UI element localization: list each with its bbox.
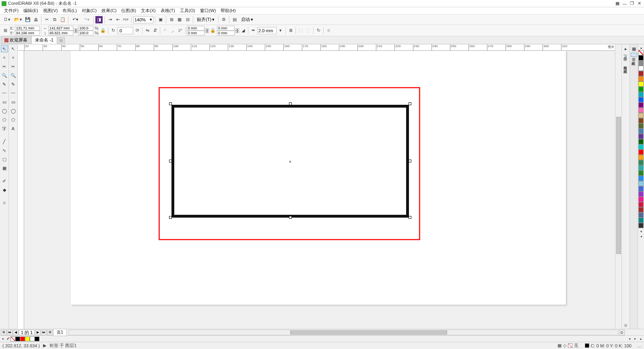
show-grid-button[interactable]: ▦ [176,16,183,23]
docpal-left-icon[interactable]: ◂ [627,337,632,341]
horizontal-scroll-thumb[interactable] [290,330,447,334]
docpal-swatch[interactable] [35,337,39,341]
fly-ellipse[interactable]: ◯ [10,107,17,114]
options-button[interactable]: ⚙ [220,16,227,23]
docker-add-icon[interactable]: ⊕ [622,322,630,329]
object-origin-button[interactable]: ⊞ [2,27,9,34]
close-button[interactable]: ✕ [636,1,642,6]
fly-rectangle[interactable]: ▭ [10,98,17,106]
color-swatch[interactable] [638,66,644,71]
corner-right-spinner[interactable]: ▴▾ [235,28,239,33]
scale-x-input[interactable] [78,26,93,31]
vertical-scrollbar[interactable] [615,44,621,329]
corner-tr-input[interactable] [217,26,235,31]
rotation-input[interactable] [117,27,133,34]
docker-hints[interactable]: 提示(N) [623,53,629,61]
docpal-swatch[interactable] [25,337,30,341]
x-position-input[interactable] [15,26,40,31]
quick-customize-button[interactable]: ⊕ [325,27,332,34]
tab-document[interactable]: 未命名 -1 [31,36,57,44]
drawing-canvas[interactable]: × [24,51,615,329]
menu-text[interactable]: 文本(X) [138,8,158,14]
shape-tool[interactable]: ✧ [1,54,8,61]
new-button[interactable]: 🗋▾ [2,16,12,23]
docpal-menu-icon[interactable]: ▸ [1,337,6,341]
minimize-button[interactable]: — [621,1,628,6]
docker-object-styles-2[interactable]: 对象样式 [631,57,637,60]
rotation-presets-dropdown[interactable]: ⟳ [134,27,141,34]
menu-help[interactable]: 帮助(H) [218,8,238,14]
launch-dropdown[interactable]: 启动▾ [239,16,255,23]
corner-chamfer-button[interactable]: ◸ [177,27,184,34]
color-swatch[interactable] [638,97,644,102]
fly-text[interactable]: A [10,125,17,132]
navigator-button[interactable]: ⊙ [619,330,625,335]
color-swatch[interactable] [638,71,644,76]
menu-object[interactable]: 对象(C) [79,8,99,14]
page-add-button[interactable]: ⊞ [1,330,6,335]
color-swatch[interactable] [638,181,644,186]
menu-view[interactable]: 视图(V) [41,8,60,14]
custom-window-icon[interactable]: ▦ [614,1,621,6]
docpal-swatch[interactable] [15,337,20,341]
page-first-button[interactable]: ⏮ [7,330,12,335]
palette-flyout-icon[interactable]: ◂ [638,234,644,239]
corner-round-button[interactable]: ◜ [161,27,169,34]
show-rulers-button[interactable]: ⊞ [168,16,175,23]
docker-expand-icon[interactable]: ▸ [622,45,630,52]
color-swatch[interactable] [638,144,644,150]
color-swatch[interactable] [638,92,644,97]
docker-object-styles[interactable]: 对象样式 [623,65,629,69]
cut-button[interactable]: ✂ [43,16,50,23]
handle-ml[interactable] [169,160,172,162]
front-of-layer-button[interactable]: ⬚ [297,27,304,34]
outline-width-input[interactable] [257,27,277,34]
color-swatch[interactable] [638,55,644,60]
tab-list-button[interactable]: ⧉ [58,37,65,44]
relative-corner-scale-button[interactable]: ◢ [239,27,247,34]
fly-zoom[interactable]: 🔍 [10,72,17,79]
color-swatch[interactable] [638,118,644,123]
outline-color-swatch[interactable] [585,343,589,348]
drop-shadow-tool[interactable]: ▢ [1,156,8,163]
rectangle-tool[interactable]: ▭ [1,98,8,106]
handle-tr[interactable] [409,102,411,105]
handle-mr[interactable] [409,160,411,162]
width-input[interactable] [48,26,73,31]
page-prev-button[interactable]: ◀ [13,330,19,335]
color-swatch[interactable] [638,129,644,134]
docpal-swatch[interactable] [20,337,25,341]
transparency-tool[interactable]: ▦ [1,164,8,172]
fly-shape[interactable]: ✧ [10,54,17,61]
import-button[interactable]: ⇥ [106,16,114,23]
fly-polygon[interactable]: ⬠ [10,116,17,123]
search-content-button[interactable]: ◨ [95,16,103,23]
page-last-button[interactable]: ⏭ [41,330,47,335]
crop-tool[interactable]: ✂ [1,63,8,70]
no-color-swatch[interactable] [638,50,644,55]
color-swatch[interactable] [638,170,644,176]
menu-layout[interactable]: 布局(L) [60,8,79,14]
menu-file[interactable]: 文件(F) [2,8,21,14]
vertical-scroll-thumb[interactable] [616,117,621,254]
color-swatch[interactable] [638,218,644,223]
fly-freehand[interactable]: ✎ [10,81,17,88]
color-swatch[interactable] [638,113,644,118]
fly-crop[interactable]: ✂ [10,63,17,70]
corner-left-spinner[interactable]: ▴▾ [205,28,209,33]
color-swatch[interactable] [638,134,644,139]
export-button[interactable]: ⇤ [114,16,122,23]
redo-button[interactable]: ↷▾ [81,16,92,23]
open-button[interactable]: 📂▾ [13,16,23,23]
polygon-tool[interactable]: ⬠ [1,116,8,123]
tab-welcome[interactable]: 欢迎屏幕 [1,36,31,44]
menu-window[interactable]: 窗口(W) [198,8,219,14]
convert-to-curves-button[interactable]: ↻ [315,27,322,34]
color-swatch[interactable] [638,102,644,108]
docpal-eyedropper-icon[interactable]: ✐ [6,337,10,341]
docker-object-properties[interactable]: 对象属性 [623,62,629,65]
pick-tool[interactable]: ↖ [1,45,8,52]
undo-button[interactable]: ↶▾ [70,16,80,23]
color-swatch[interactable] [638,202,644,207]
freehand-tool[interactable]: ✎ [1,81,8,88]
